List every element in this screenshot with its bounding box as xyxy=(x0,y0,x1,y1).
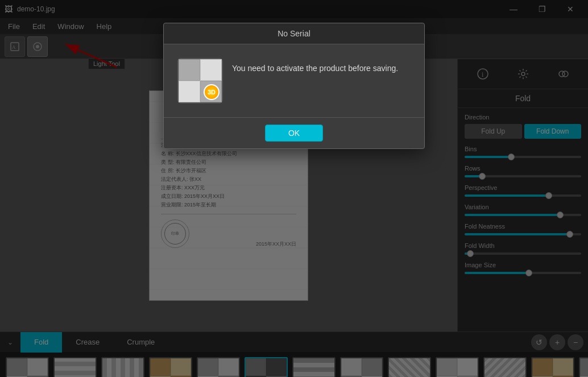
dialog-title: No Serial xyxy=(278,29,310,38)
dialog-header: No Serial xyxy=(164,23,424,44)
dialog-overlay: No Serial 3D You need to activate the pr… xyxy=(0,0,588,377)
dialog-icon: 3D xyxy=(177,58,223,103)
dialog-body: 3D You need to activate the product befo… xyxy=(164,44,424,117)
dialog-ok-button[interactable]: OK xyxy=(265,125,323,142)
dialog-icon-badge: 3D xyxy=(204,84,220,100)
dialog-footer: OK xyxy=(164,117,424,148)
dialog-message: You need to activate the product before … xyxy=(232,58,411,74)
dialog-box: No Serial 3D You need to activate the pr… xyxy=(163,23,425,149)
